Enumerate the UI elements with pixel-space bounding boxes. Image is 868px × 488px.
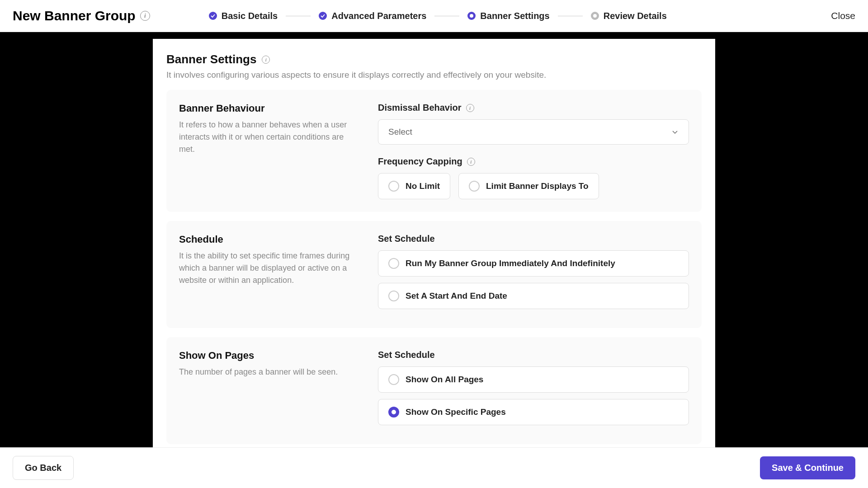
step-label: Review Details bbox=[604, 11, 667, 21]
check-icon bbox=[319, 12, 327, 20]
frequency-label-text: Frequency Capping bbox=[378, 156, 462, 167]
stepper: Basic Details Advanced Parameters Banner… bbox=[209, 11, 667, 21]
radio-icon bbox=[388, 181, 399, 192]
step-connector bbox=[558, 16, 583, 16]
card-right: Dismissal Behavior i Select Frequency Ca… bbox=[378, 103, 689, 199]
option-label: Show On Specific Pages bbox=[406, 407, 506, 417]
radio-icon bbox=[388, 291, 399, 301]
chevron-down-icon bbox=[671, 128, 679, 136]
limit-displays-option[interactable]: Limit Banner Displays To bbox=[458, 173, 599, 199]
section-title-row: Banner Settings i bbox=[166, 52, 702, 66]
radio-icon bbox=[388, 374, 399, 385]
save-continue-button[interactable]: Save & Continue bbox=[760, 456, 855, 479]
step-label: Basic Details bbox=[222, 11, 278, 21]
set-schedule-text: Set Schedule bbox=[378, 350, 435, 360]
show-specific-pages-option[interactable]: Show On Specific Pages bbox=[378, 399, 689, 425]
step-advanced-parameters[interactable]: Advanced Parameters bbox=[319, 11, 426, 21]
card-right: Set Schedule Show On All Pages Show On S… bbox=[378, 350, 689, 432]
step-label: Banner Settings bbox=[480, 11, 549, 21]
radio-icon bbox=[469, 181, 480, 192]
schedule-card: Schedule It is the ability to set specif… bbox=[166, 221, 702, 328]
content-panel: Banner Settings i It involves configurin… bbox=[153, 39, 715, 447]
info-icon[interactable]: i bbox=[466, 104, 474, 112]
show-on-pages-card: Show On Pages The number of pages a bann… bbox=[166, 337, 702, 444]
info-icon[interactable]: i bbox=[467, 158, 475, 166]
option-label: Show On All Pages bbox=[406, 375, 483, 385]
body-area: Banner Settings i It involves configurin… bbox=[0, 32, 868, 447]
run-immediately-option[interactable]: Run My Banner Group Immediately And Inde… bbox=[378, 250, 689, 277]
dismissal-label-text: Dismissal Behavior bbox=[378, 103, 462, 113]
info-icon[interactable]: i bbox=[262, 56, 270, 64]
card-desc: It is the ability to set specific time f… bbox=[179, 250, 360, 286]
card-desc: The number of pages a banner will be see… bbox=[179, 366, 360, 378]
card-desc: It refers to how a banner behaves when a… bbox=[179, 119, 360, 155]
page-title: New Banner Group i bbox=[13, 8, 150, 23]
info-icon[interactable]: i bbox=[140, 11, 150, 21]
banner-behaviour-card: Banner Behaviour It refers to how a bann… bbox=[166, 90, 702, 212]
set-schedule-text: Set Schedule bbox=[378, 234, 435, 244]
set-schedule-label: Set Schedule bbox=[378, 350, 689, 360]
pending-step-icon bbox=[591, 12, 599, 20]
option-label: Run My Banner Group Immediately And Inde… bbox=[406, 258, 615, 268]
footer: Go Back Save & Continue bbox=[0, 447, 868, 488]
header: New Banner Group i Basic Details Advance… bbox=[0, 0, 868, 32]
select-placeholder: Select bbox=[388, 127, 412, 137]
card-right: Set Schedule Run My Banner Group Immedia… bbox=[378, 234, 689, 315]
step-label: Advanced Parameters bbox=[331, 11, 426, 21]
frequency-options: No Limit Limit Banner Displays To bbox=[378, 173, 689, 199]
set-date-option[interactable]: Set A Start And End Date bbox=[378, 283, 689, 309]
card-title: Banner Behaviour bbox=[179, 103, 360, 114]
dismissal-label: Dismissal Behavior i bbox=[378, 103, 689, 113]
option-label: No Limit bbox=[406, 181, 440, 191]
card-left: Banner Behaviour It refers to how a bann… bbox=[179, 103, 360, 199]
radio-checked-icon bbox=[388, 407, 399, 418]
dismissal-select[interactable]: Select bbox=[378, 119, 689, 145]
show-all-pages-option[interactable]: Show On All Pages bbox=[378, 366, 689, 393]
no-limit-option[interactable]: No Limit bbox=[378, 173, 450, 199]
card-left: Show On Pages The number of pages a bann… bbox=[179, 350, 360, 432]
page-title-text: New Banner Group bbox=[13, 8, 136, 23]
step-basic-details[interactable]: Basic Details bbox=[209, 11, 278, 21]
set-schedule-label: Set Schedule bbox=[378, 234, 689, 244]
section-title: Banner Settings bbox=[166, 52, 256, 66]
card-title: Schedule bbox=[179, 234, 360, 245]
radio-icon bbox=[388, 258, 399, 269]
step-review-details[interactable]: Review Details bbox=[591, 11, 667, 21]
check-icon bbox=[209, 12, 217, 20]
active-step-icon bbox=[467, 12, 476, 20]
step-connector bbox=[286, 16, 311, 16]
frequency-label: Frequency Capping i bbox=[378, 156, 689, 167]
option-label: Limit Banner Displays To bbox=[486, 181, 589, 191]
step-banner-settings[interactable]: Banner Settings bbox=[467, 11, 549, 21]
option-label: Set A Start And End Date bbox=[406, 291, 507, 301]
card-title: Show On Pages bbox=[179, 350, 360, 361]
close-button[interactable]: Close bbox=[831, 10, 855, 21]
section-subtitle: It involves configuring various aspects … bbox=[166, 70, 702, 80]
go-back-button[interactable]: Go Back bbox=[13, 456, 74, 480]
card-left: Schedule It is the ability to set specif… bbox=[179, 234, 360, 315]
step-connector bbox=[434, 16, 459, 16]
